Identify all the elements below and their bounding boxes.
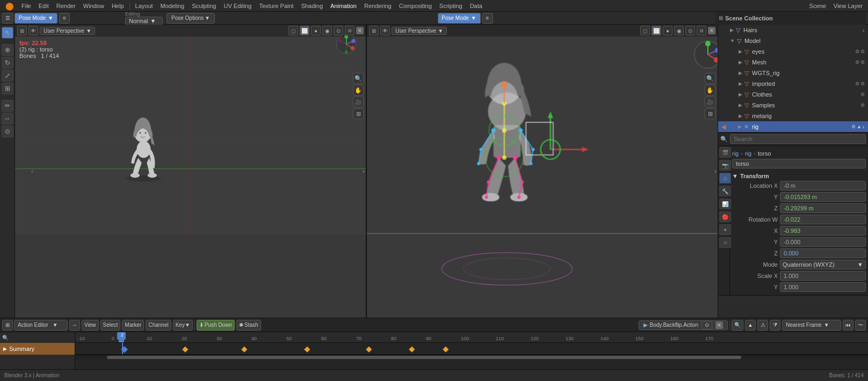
- vp-expand-right[interactable]: ›: [363, 167, 365, 175]
- keyframe-63[interactable]: [443, 346, 449, 352]
- right-hamburger[interactable]: ≡: [482, 13, 493, 24]
- rotation-w-value[interactable]: -0.022: [780, 215, 866, 224]
- collection-samples[interactable]: ▶ ▽ Samples ⚙: [718, 100, 868, 111]
- right-xray[interactable]: ⧈: [697, 26, 706, 35]
- vp-grid-icon[interactable]: ⊞: [17, 26, 27, 35]
- menu-modeling[interactable]: Modeling: [157, 2, 188, 10]
- location-z-value[interactable]: -0.29299 m: [780, 203, 866, 213]
- menu-compositing[interactable]: Compositing: [396, 2, 435, 10]
- prop-tab-scene[interactable]: 🎬: [719, 147, 731, 158]
- ae-view-btn[interactable]: View: [82, 320, 99, 331]
- bone-name-input[interactable]: [732, 159, 866, 168]
- right-shading-render[interactable]: ◉: [674, 26, 684, 35]
- menu-texture[interactable]: Texture Paint: [256, 2, 296, 10]
- vp-close-btn[interactable]: ✕: [356, 27, 364, 34]
- ae-playback-icons[interactable]: ⏮: [843, 320, 853, 331]
- select-tool[interactable]: ↖: [2, 27, 13, 39]
- cursor-tool[interactable]: ⊙: [2, 126, 13, 137]
- ae-filter-icon[interactable]: ▲: [745, 320, 756, 331]
- right-pan-icon[interactable]: ✋: [705, 85, 715, 96]
- right-zoom-icon[interactable]: 🔍: [705, 73, 715, 84]
- menu-sculpting[interactable]: Sculpting: [189, 2, 219, 10]
- action-browse-btn[interactable]: ⊙: [701, 321, 712, 329]
- menu-file[interactable]: File: [18, 2, 34, 10]
- timeline-scrollbar[interactable]: [75, 355, 868, 359]
- ae-icon[interactable]: ⊞: [2, 320, 13, 331]
- right-camera-icon[interactable]: ⊞: [705, 108, 715, 119]
- camera-icon[interactable]: ⊞: [353, 108, 364, 119]
- measure-tool[interactable]: ↔: [2, 113, 13, 124]
- keyframe-30[interactable]: [241, 346, 247, 352]
- right-vp-grid[interactable]: ⊞: [369, 26, 379, 35]
- keyframe-57[interactable]: [409, 346, 415, 352]
- right-overlay[interactable]: ⊙: [685, 26, 695, 35]
- scale-tool[interactable]: ⤢: [2, 70, 13, 82]
- keyframe-20[interactable]: [182, 346, 188, 352]
- right-vp-view[interactable]: 👁: [380, 26, 390, 35]
- mode-dropdown[interactable]: Quaternion (WXYZ) ▼: [780, 260, 866, 269]
- action-editor-dropdown[interactable]: Action Editor ▼: [14, 320, 68, 331]
- transform-tool[interactable]: ⊞: [2, 83, 13, 94]
- zoom-icon[interactable]: 🔍: [353, 73, 364, 84]
- menu-render[interactable]: Render: [53, 2, 79, 10]
- collection-hairs[interactable]: ▶ ▽ Hairs ₁: [718, 25, 868, 35]
- right-vp-mode[interactable]: User Perspective ▼: [392, 27, 447, 35]
- location-y-value[interactable]: -0.015293 m: [780, 192, 866, 202]
- menu-scene[interactable]: Scene: [806, 2, 829, 10]
- hamburger-btn[interactable]: ≡: [59, 13, 70, 24]
- vp-shading-solid[interactable]: ⬜: [300, 26, 309, 35]
- prop-tab-material[interactable]: 🔴: [719, 211, 731, 222]
- rotation-z-value[interactable]: 0.000: [780, 248, 866, 258]
- collection-rig[interactable]: ◀ ▶ ✕ rig ⚙ ▲ ₁: [718, 121, 868, 132]
- nearest-frame-dropdown[interactable]: Nearest Frame ▼: [782, 320, 841, 331]
- prop-tab-data[interactable]: 📊: [719, 199, 731, 209]
- collection-wgts[interactable]: ▶ ▽ WGTS_rig: [718, 68, 868, 78]
- vp-overlay-btn[interactable]: ⊙: [334, 26, 343, 35]
- ae-warn-icon[interactable]: ⚠: [757, 320, 768, 331]
- vp-xray-btn[interactable]: ⧈: [345, 26, 355, 35]
- menu-window[interactable]: Window: [80, 2, 107, 10]
- annotate-tool[interactable]: ✏: [2, 100, 13, 112]
- rotation-x-value[interactable]: -0.983: [780, 226, 866, 236]
- rotation-y-value[interactable]: -0.000: [780, 237, 866, 247]
- prop-tab-particles[interactable]: ✦: [719, 224, 731, 235]
- menu-shading[interactable]: Shading: [298, 2, 326, 10]
- viewport-right[interactable]: ⊞ 👁 User Perspective ▼ ◻ ⬜ ● ◉ ⊙ ⧈ ✕: [367, 25, 718, 318]
- keyframe-50[interactable]: [366, 346, 372, 352]
- collection-mesh[interactable]: ▶ ▽ Mesh ⚙ ⚙: [718, 57, 868, 68]
- prop-tab-physics[interactable]: ⚛: [719, 237, 731, 248]
- right-pose-mode-btn[interactable]: Pose Mode ▼: [438, 13, 481, 24]
- collection-imported[interactable]: ▶ ▽ imported ⚙ ⚙: [718, 78, 868, 89]
- menu-layout[interactable]: Layout: [132, 2, 156, 10]
- stash-btn[interactable]: ✱ Stash: [236, 320, 261, 331]
- ae-channel-btn[interactable]: Channel: [146, 320, 171, 331]
- viewport-left[interactable]: ⊞ 👁 User Perspective ▼ ◻ ⬜ ● ◉ ⊙ ⧈ ✕ fps…: [15, 25, 367, 318]
- pan-icon[interactable]: ✋: [353, 85, 364, 96]
- right-orbit-icon[interactable]: 🎥: [705, 97, 715, 107]
- prop-breadcrumb-item3[interactable]: torso: [758, 150, 771, 157]
- menu-viewlayer[interactable]: View Layer: [830, 2, 866, 10]
- prop-breadcrumb-item1[interactable]: rig: [732, 150, 739, 157]
- push-down-btn[interactable]: ⬇ Push Down: [197, 320, 235, 331]
- collection-clothes[interactable]: ▶ ▽ Clothes ⚙: [718, 89, 868, 100]
- collection-model[interactable]: ▼ ▽ Model: [718, 35, 868, 46]
- right-shading-wire[interactable]: ◻: [640, 26, 650, 35]
- collection-eyes[interactable]: ▶ ▽ eyes ⚙ ⚙: [718, 46, 868, 57]
- vp-shading-mat[interactable]: ●: [311, 26, 321, 35]
- menu-rendering[interactable]: Rendering: [361, 2, 395, 10]
- right-expand-right[interactable]: ›: [714, 167, 717, 175]
- scale-x-value[interactable]: 1.000: [780, 271, 866, 281]
- prop-tab-object[interactable]: ⊙: [719, 173, 731, 184]
- normal-dropdown[interactable]: Normal ▼: [125, 17, 163, 25]
- blender-logo[interactable]: ⬤: [2, 1, 17, 11]
- vp-expand-left[interactable]: ‹: [31, 167, 33, 175]
- menu-data[interactable]: Data: [467, 2, 486, 10]
- menu-uv[interactable]: UV Editing: [220, 2, 255, 10]
- pose-options-btn[interactable]: Pose Options ▼: [167, 13, 215, 24]
- prop-tab-render[interactable]: 📷: [719, 160, 731, 171]
- right-vp-close[interactable]: ✕: [708, 27, 715, 34]
- prop-tab-modifier[interactable]: 🔧: [719, 186, 731, 196]
- prop-search-input[interactable]: [730, 134, 866, 144]
- vp-view-icon[interactable]: 👁: [28, 26, 38, 35]
- timeline-scroll-thumb[interactable]: [107, 356, 741, 359]
